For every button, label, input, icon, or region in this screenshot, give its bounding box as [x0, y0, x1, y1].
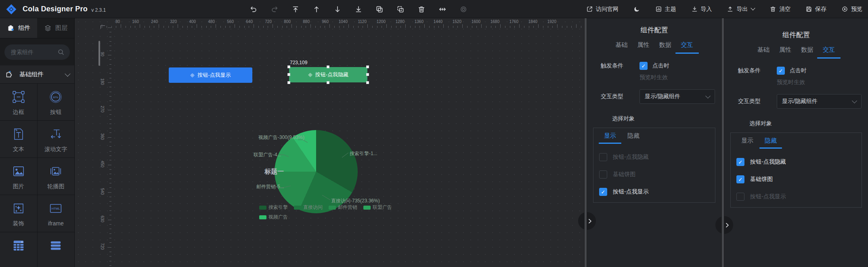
panel-tab-交互[interactable]: 交互 — [823, 46, 835, 59]
legend-item-直接访问[interactable]: 直接访问 — [294, 204, 323, 211]
checkbox[interactable] — [599, 170, 607, 179]
canvas-vertical-scrollbar[interactable] — [99, 41, 100, 66]
interaction-type-select[interactable]: 显示/隐藏组件 — [777, 94, 862, 109]
select-tab-隐藏[interactable]: 隐藏 — [765, 137, 777, 149]
panel-tab-基础[interactable]: 基础 — [616, 41, 628, 54]
canvas-button-show[interactable]: 按钮-点我显示 — [169, 67, 252, 83]
panel-tab-属性[interactable]: 属性 — [637, 41, 650, 54]
panel-splitter[interactable] — [584, 18, 587, 267]
collapse-panel-button[interactable] — [715, 216, 733, 234]
panel-tab-交互[interactable]: 交互 — [681, 41, 693, 54]
sidebar-tab-组件[interactable]: 组件 — [0, 18, 37, 38]
component-滚动文字[interactable]: 滚动文字 — [38, 121, 75, 158]
sidebar-tab-图层[interactable]: 图层 — [37, 18, 74, 38]
interaction-type-select[interactable]: 显示/隐藏组件 — [639, 89, 715, 104]
undo-icon[interactable] — [249, 5, 258, 13]
panel-tab-属性[interactable]: 属性 — [779, 46, 791, 59]
action-import[interactable]: 导入 — [691, 6, 712, 13]
paste-icon[interactable] — [396, 5, 405, 13]
legend-item-联盟广告[interactable]: 联盟广告 — [363, 204, 392, 211]
component-按钮[interactable]: BTN按钮 — [38, 84, 75, 120]
legend-item-邮件营销[interactable]: 邮件营销 — [329, 204, 357, 211]
copy-icon[interactable] — [375, 5, 384, 13]
iframe-icon: HTML — [48, 200, 64, 217]
target-item-按钮-点我显示[interactable]: ✓ 按钮-点我显示 — [599, 188, 715, 196]
component-轮播图[interactable]: 轮播图 — [38, 158, 75, 195]
component-iframe[interactable]: HTMLiframe — [38, 195, 75, 232]
checkbox[interactable] — [736, 193, 744, 201]
component-label: 边框 — [13, 109, 24, 115]
legend-item-搜索引擎[interactable]: 搜索引擎 — [259, 204, 288, 211]
panel-tab-数据[interactable]: 数据 — [659, 41, 671, 54]
list-icon — [48, 238, 64, 254]
move-up-icon[interactable] — [312, 5, 321, 13]
action-preview[interactable]: 预览 — [841, 6, 862, 13]
panel-tab-基础[interactable]: 基础 — [757, 46, 769, 59]
stretch-horizontal-icon[interactable] — [438, 5, 447, 13]
canvas[interactable]: 8016024032040048056064072080088096010401… — [75, 18, 584, 267]
import-icon — [691, 6, 698, 13]
component-边框[interactable]: 边框 — [0, 84, 37, 120]
move-down-icon[interactable] — [333, 5, 342, 13]
target-item-基础饼图[interactable]: ✓ 基础饼图 — [736, 175, 862, 183]
component-label: 图片 — [13, 183, 24, 189]
select-tab-隐藏[interactable]: 隐藏 — [627, 132, 639, 144]
selection-handle[interactable] — [327, 81, 329, 84]
checkbox[interactable]: ✓ — [777, 67, 785, 75]
checkbox[interactable]: ✓ — [736, 175, 744, 183]
clear-icon — [769, 6, 776, 13]
select-tab-显示[interactable]: 显示 — [741, 137, 753, 149]
component-文本[interactable]: 文本 — [0, 121, 37, 158]
selection-handle[interactable] — [366, 65, 369, 68]
select-target-tabs: 显示隐藏 — [741, 137, 862, 149]
move-to-bottom-icon[interactable] — [354, 5, 363, 13]
canvas-button-hide-label: 按钮-点我隐藏 — [315, 71, 348, 78]
legend-label: 直接访问 — [303, 204, 323, 211]
search-icon[interactable] — [57, 48, 65, 56]
collapse-panel-button[interactable] — [578, 212, 596, 230]
ruler-origin — [101, 25, 105, 29]
target-item-按钮-点我显示[interactable]: 按钮-点我显示 — [736, 193, 862, 201]
selection-handle[interactable] — [287, 73, 290, 76]
sidebar-section-basic-components[interactable]: 基础组件 — [0, 65, 74, 83]
selection-handle[interactable] — [287, 81, 290, 84]
component-图片[interactable]: 图片 — [0, 158, 37, 195]
component-list[interactable] — [38, 232, 75, 267]
checkbox[interactable]: ✓ — [639, 62, 648, 70]
action-export[interactable]: 导出 — [727, 6, 755, 13]
target-item-按钮-点我隐藏[interactable]: ✓ 按钮-点我隐藏 — [736, 158, 862, 166]
pie-chart-component[interactable]: 标题一 搜索引擎-1... 直接访问-735(23.36%) 邮件营销-5...… — [242, 127, 412, 228]
panel-splitter[interactable] — [721, 18, 724, 267]
legend-item-视频广告[interactable]: 视频广告 — [259, 214, 288, 221]
delete-icon[interactable] — [417, 5, 426, 13]
trigger-hint-row: 预览时生效 — [738, 79, 862, 86]
selection-handle[interactable] — [366, 81, 369, 84]
action-label: 主题 — [665, 6, 676, 13]
svg-text:BTN: BTN — [53, 96, 58, 99]
component-装饰[interactable]: 装饰 — [0, 195, 37, 232]
action-label: 清空 — [779, 6, 790, 13]
target-item-基础饼图[interactable]: 基础饼图 — [599, 170, 715, 179]
component-table[interactable] — [0, 232, 37, 267]
selection-handle[interactable] — [366, 73, 369, 76]
action-label: 访问官网 — [596, 6, 619, 13]
topbar: Cola Designer Pro v 2.3.1 访问官网主题导入导出清空保存… — [0, 0, 868, 18]
moon-icon — [633, 6, 640, 13]
moon-icon[interactable] — [633, 6, 640, 13]
move-to-top-icon[interactable] — [291, 5, 300, 13]
checkbox[interactable]: ✓ — [736, 158, 744, 166]
checkbox[interactable] — [599, 153, 607, 161]
checkbox[interactable]: ✓ — [599, 188, 607, 196]
action-theme[interactable]: 主题 — [655, 6, 676, 13]
panel-tab-数据[interactable]: 数据 — [801, 46, 813, 59]
action-clear[interactable]: 清空 — [769, 6, 790, 13]
legend-swatch — [329, 206, 336, 210]
canvas-button-hide[interactable]: 按钮-点我隐藏 — [289, 67, 367, 82]
selection-handle[interactable] — [287, 65, 290, 68]
target-item-按钮-点我隐藏[interactable]: 按钮-点我隐藏 — [599, 153, 715, 161]
action-save[interactable]: 保存 — [805, 6, 826, 13]
select-tab-显示[interactable]: 显示 — [604, 132, 616, 144]
action-label: 导出 — [736, 6, 748, 13]
selection-handle[interactable] — [327, 65, 329, 68]
action-external-link[interactable]: 访问官网 — [586, 6, 619, 13]
